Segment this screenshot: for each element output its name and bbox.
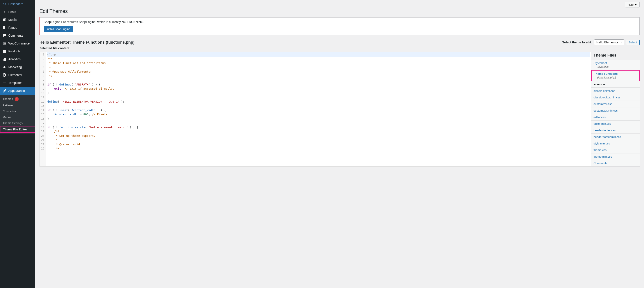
file-item[interactable]: customizer.min.css — [591, 107, 640, 114]
sidebar-item-comments[interactable]: Comments — [0, 31, 35, 39]
sidebar-item-appearance[interactable]: Appearance — [0, 87, 35, 95]
file-item[interactable]: classic-editor.min.css — [591, 94, 640, 101]
analytics-icon — [2, 57, 6, 61]
sidebar-item-dashboard[interactable]: Dashboard — [0, 0, 35, 8]
file-assets-folder[interactable]: assets ▸ — [591, 81, 640, 88]
dashboard-icon — [2, 2, 6, 6]
media-icon — [2, 17, 6, 22]
file-item[interactable]: Comments — [591, 160, 640, 167]
sidebar-item-woocommerce[interactable]: Woo WooCommerce — [0, 39, 35, 47]
file-item[interactable]: theme.css — [591, 147, 640, 153]
sidebar-item-analytics[interactable]: Analytics — [0, 55, 35, 63]
code-line: * @package HelloElementor — [48, 69, 590, 74]
line-number: 8 — [41, 82, 44, 87]
selected-file-label: Selected file content: — [40, 46, 640, 50]
sidebar-item-label: Media — [8, 18, 17, 21]
sidebar-item-marketing[interactable]: Marketing — [0, 63, 35, 71]
file-label: Theme Functions — [594, 72, 618, 75]
svg-rect-13 — [4, 75, 5, 75]
theme-files-panel: Theme Files Stylesheet (style.css) Theme… — [591, 52, 640, 167]
sidebar-item-posts[interactable]: Posts — [0, 8, 35, 16]
submenu-menus[interactable]: Menus — [0, 114, 35, 120]
file-item[interactable]: header-footer.css — [591, 127, 640, 134]
svg-rect-11 — [4, 74, 4, 76]
file-item[interactable]: header-footer.min.css — [591, 134, 640, 140]
code-line — [48, 95, 590, 99]
sidebar-item-elementor[interactable]: Elementor — [0, 71, 35, 79]
theme-select[interactable]: Hello Elementor — [594, 39, 624, 45]
sidebar-item-label: WooCommerce — [8, 42, 30, 45]
templates-icon — [2, 81, 6, 85]
code-line: * — [48, 65, 590, 70]
file-stylesheet[interactable]: Stylesheet (style.css) — [591, 60, 640, 70]
file-label: style.min.css — [594, 142, 610, 145]
code-line: define( 'HELLO_ELEMENTOR_VERSION', '3.0.… — [48, 99, 590, 104]
file-item[interactable]: classic-editor.css — [591, 88, 640, 94]
submenu-theme-file-editor[interactable]: Theme File Editor — [0, 126, 35, 133]
sidebar-item-templates[interactable]: Templates — [0, 79, 35, 87]
sidebar-item-products[interactable]: Products — [0, 47, 35, 55]
code-line: if ( ! defined( 'ABSPATH' ) ) { — [48, 82, 590, 87]
code-line: exit; // Exit if accessed directly. — [48, 87, 590, 91]
install-shopengine-button[interactable]: Install ShopEngine — [44, 26, 73, 32]
line-number: 1 — [41, 52, 44, 57]
code-lines: <?php /** * Theme functions and definiti… — [46, 52, 591, 166]
submenu-theme-settings[interactable]: Theme Settings — [0, 120, 35, 126]
pin-icon — [2, 10, 6, 14]
appearance-submenu: Themes 3 Patterns Customize Menus Theme … — [0, 95, 35, 134]
file-label: customizer.min.css — [594, 109, 618, 112]
products-icon — [2, 49, 6, 53]
code-line: } — [48, 117, 590, 121]
code-line: * — [48, 138, 590, 142]
submenu-themes[interactable]: Themes 3 — [0, 96, 35, 102]
code-line — [48, 104, 590, 108]
file-sub: (style.css) — [594, 65, 638, 68]
sidebar-item-label: Products — [8, 49, 20, 53]
file-label: assets — [594, 83, 602, 86]
themes-badge: 3 — [15, 97, 19, 101]
file-item[interactable]: theme.min.css — [591, 153, 640, 160]
file-label: Comments — [594, 162, 607, 165]
file-label: editor.min.css — [594, 122, 611, 125]
file-item[interactable]: editor.min.css — [591, 121, 640, 127]
elementor-icon — [2, 73, 6, 77]
file-item[interactable]: customizer.css — [591, 101, 640, 107]
file-heading: Hello Elementor: Theme Functions (functi… — [40, 40, 134, 45]
submenu-label: Theme Settings — [3, 121, 22, 125]
help-button[interactable]: Help ▼ — [625, 2, 640, 7]
svg-rect-5 — [3, 51, 6, 53]
line-number: 15 — [41, 112, 44, 117]
code-line: * @return void — [48, 142, 590, 147]
submenu-customize[interactable]: Customize — [0, 108, 35, 114]
svg-rect-0 — [3, 19, 5, 21]
line-number: 16 — [41, 117, 44, 121]
svg-rect-14 — [4, 75, 5, 76]
file-label: theme.min.css — [594, 155, 612, 158]
code-line: if ( ! function_exists( 'hello_elementor… — [48, 125, 590, 130]
file-item[interactable]: style.min.css — [591, 140, 640, 147]
select-button[interactable]: Select — [626, 40, 640, 45]
code-line: */ — [48, 146, 590, 151]
line-number: 3 — [41, 61, 44, 65]
file-label: editor.css — [594, 115, 606, 119]
file-item[interactable]: editor.css — [591, 114, 640, 121]
code-editor[interactable]: 1 2 3 4 5 6 7 8 9 10 11 12 13 14 15 16 1 — [40, 52, 591, 167]
svg-rect-12 — [4, 74, 5, 74]
file-label: header-footer.css — [594, 129, 616, 132]
line-number: 21 — [41, 138, 44, 142]
file-theme-functions[interactable]: Theme Functions (functions.php) — [591, 70, 640, 81]
chevron-right-icon: ▸ — [604, 83, 605, 86]
comments-icon — [2, 33, 6, 38]
sidebar-item-pages[interactable]: Pages — [0, 24, 35, 31]
sidebar-item-media[interactable]: Media — [0, 16, 35, 24]
submenu-patterns[interactable]: Patterns — [0, 102, 35, 108]
line-number: 6 — [41, 74, 44, 78]
svg-rect-9 — [5, 58, 6, 61]
file-label: theme.css — [594, 148, 606, 152]
line-number: 19 — [41, 129, 44, 134]
page-title: Edit Themes — [40, 8, 640, 14]
svg-text:Woo: Woo — [3, 43, 6, 44]
chevron-down-icon: ▼ — [634, 3, 637, 6]
svg-rect-7 — [3, 59, 4, 61]
submenu-label: Themes — [3, 97, 13, 101]
